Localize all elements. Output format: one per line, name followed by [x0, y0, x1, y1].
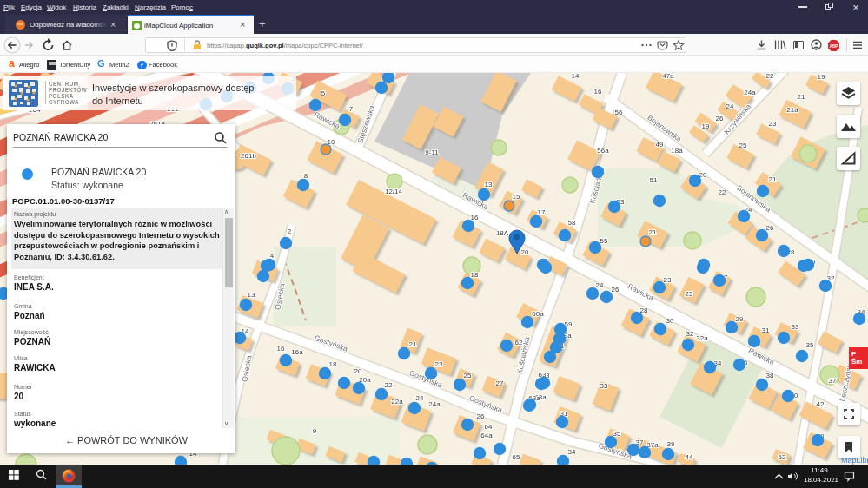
svg-text:32: 32 — [686, 330, 694, 338]
svg-text:22a: 22a — [391, 398, 403, 406]
svg-text:5: 5 — [321, 89, 326, 97]
svg-text:47a: 47a — [662, 73, 674, 80]
svg-text:16: 16 — [594, 88, 602, 96]
svg-text:35: 35 — [613, 430, 621, 438]
svg-text:23: 23 — [769, 120, 777, 128]
svg-text:30: 30 — [666, 317, 674, 325]
svg-text:21: 21 — [798, 93, 805, 101]
svg-text:49: 49 — [656, 141, 664, 148]
svg-text:18a: 18a — [671, 147, 683, 155]
svg-text:9: 9 — [313, 427, 317, 435]
svg-text:21: 21 — [769, 175, 777, 183]
svg-text:20: 20 — [354, 367, 362, 375]
svg-text:21: 21 — [409, 340, 417, 348]
svg-text:64a: 64a — [480, 432, 493, 439]
svg-text:26: 26 — [612, 286, 620, 293]
svg-text:17: 17 — [538, 208, 546, 216]
svg-text:23: 23 — [664, 276, 672, 284]
svg-text:32a: 32a — [696, 334, 708, 342]
svg-text:21a: 21a — [786, 106, 798, 114]
svg-text:58: 58 — [568, 219, 576, 227]
svg-text:56a: 56a — [597, 147, 609, 155]
svg-text:24a: 24a — [428, 400, 441, 408]
svg-text:18: 18 — [329, 360, 337, 368]
svg-text:28: 28 — [640, 307, 648, 314]
svg-text:18A: 18A — [496, 229, 509, 237]
svg-text:62: 62 — [515, 339, 523, 346]
svg-text:22: 22 — [719, 188, 726, 196]
svg-text:20: 20 — [521, 248, 529, 256]
svg-text:7: 7 — [349, 105, 354, 113]
svg-text:52: 52 — [779, 453, 786, 461]
svg-text:25: 25 — [464, 372, 472, 379]
svg-text:16: 16 — [277, 345, 285, 353]
svg-text:60a: 60a — [532, 310, 544, 318]
svg-text:44: 44 — [686, 453, 693, 461]
svg-text:9-11: 9-11 — [425, 148, 439, 156]
svg-text:14: 14 — [572, 73, 580, 80]
svg-text:16: 16 — [471, 214, 479, 221]
svg-text:27: 27 — [496, 379, 504, 387]
svg-text:2: 2 — [288, 228, 292, 235]
svg-text:24: 24 — [596, 281, 604, 289]
svg-text:39: 39 — [667, 440, 675, 448]
svg-text:13: 13 — [248, 291, 255, 299]
svg-text:8: 8 — [304, 172, 308, 180]
svg-text:19: 19 — [818, 73, 825, 81]
svg-text:33: 33 — [792, 323, 799, 331]
svg-text:51: 51 — [650, 176, 658, 184]
svg-text:64: 64 — [485, 423, 493, 431]
svg-text:56: 56 — [615, 109, 623, 116]
svg-text:26: 26 — [716, 115, 724, 122]
svg-text:25: 25 — [739, 142, 747, 149]
svg-text:26: 26 — [477, 412, 485, 420]
svg-text:34: 34 — [568, 448, 576, 456]
svg-text:18: 18 — [471, 271, 479, 279]
svg-text:22: 22 — [385, 381, 393, 389]
svg-text:21: 21 — [649, 228, 657, 236]
svg-text:23: 23 — [435, 360, 443, 368]
svg-text:22: 22 — [766, 73, 774, 80]
svg-text:13: 13 — [485, 181, 493, 188]
svg-text:29: 29 — [736, 315, 744, 323]
svg-text:33: 33 — [600, 382, 608, 390]
svg-text:4: 4 — [270, 252, 275, 260]
svg-text:42: 42 — [817, 400, 825, 408]
svg-text:24a: 24a — [744, 89, 756, 96]
svg-text:37: 37 — [829, 377, 837, 385]
svg-text:38: 38 — [766, 372, 774, 379]
svg-text:65: 65 — [513, 453, 520, 461]
svg-text:55: 55 — [600, 237, 608, 245]
svg-text:25: 25 — [686, 290, 693, 298]
svg-text:19: 19 — [702, 122, 710, 130]
svg-text:24: 24 — [726, 102, 734, 110]
svg-text:31: 31 — [762, 326, 770, 334]
svg-text:12/14: 12/14 — [385, 188, 403, 195]
svg-text:26: 26 — [766, 224, 774, 232]
svg-text:24: 24 — [416, 394, 424, 402]
svg-text:16a: 16a — [291, 348, 303, 356]
svg-text:ABP: ABP — [830, 43, 838, 48]
svg-text:35: 35 — [806, 341, 814, 349]
svg-text:15: 15 — [513, 193, 520, 201]
svg-text:261b: 261b — [241, 152, 256, 160]
